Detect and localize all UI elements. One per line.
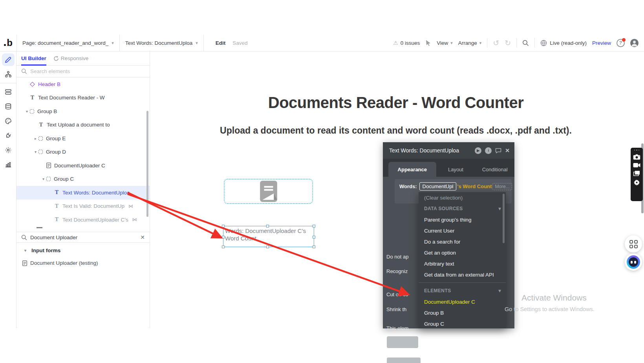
page-subtitle: Upload a document to read its content an…: [150, 125, 641, 136]
dropdown-item-current-user[interactable]: Current User: [419, 225, 506, 236]
library-item-document-uploader[interactable]: Document Uploader (testing): [16, 260, 104, 266]
preview-button[interactable]: Preview: [592, 40, 611, 46]
avatar[interactable]: [630, 39, 639, 47]
dropdown-item-do-a-search-for[interactable]: Do a search for: [419, 236, 506, 247]
tree-item-text-documentuploader-cs[interactable]: T Text DocumentUploader C's ⋈: [16, 213, 150, 227]
info-icon[interactable]: i: [485, 147, 492, 154]
camera-icon[interactable]: [633, 154, 640, 160]
dropdown-item-external-api[interactable]: Get data from an external API: [419, 269, 506, 280]
tab-conditional[interactable]: Conditional: [475, 162, 514, 177]
ai-assistant-button[interactable]: [625, 253, 642, 271]
resize-handle-w[interactable]: [222, 236, 225, 238]
resize-handle-n[interactable]: [266, 225, 269, 227]
design-tab-button[interactable]: [2, 53, 15, 66]
dropdown-item-get-an-option[interactable]: Get an option: [419, 247, 506, 258]
drag-dots-icon[interactable]: [634, 149, 640, 151]
tree-item-text-upload[interactable]: T Text Upload a document to: [16, 118, 150, 132]
tree-item-group-e[interactable]: ▸ Group E: [16, 132, 150, 145]
caret-down-icon[interactable]: ▾: [33, 150, 38, 154]
tree-item-group-d[interactable]: ▾ Group D: [16, 145, 150, 159]
resize-handle-sw[interactable]: [222, 246, 225, 248]
tree-item-text-words-selected[interactable]: T Text Words: DocumentUploa: [16, 186, 150, 200]
dropdown-header-elements[interactable]: ELEMENTS ▾: [419, 285, 506, 296]
selected-text-element[interactable]: Words: DocumentUploader C's Word Count: [223, 226, 314, 247]
resize-handle-nw[interactable]: [222, 225, 225, 227]
element-selector[interactable]: Text Words: DocumentUploa ▾: [120, 35, 204, 51]
more-expression-button[interactable]: More...: [492, 183, 512, 190]
bubble-editor-screen: b Page: document_reader_and_word_ ▾ Text…: [0, 0, 644, 363]
edit-mode-button[interactable]: Edit: [216, 40, 226, 46]
resize-handle-se[interactable]: [313, 246, 315, 248]
dropdown-item-group-b[interactable]: Group B: [419, 307, 506, 318]
divider: [0, 83, 16, 83]
property-panel-header[interactable]: Text Words: DocumentUploa ▶ i ✕: [383, 142, 514, 159]
live-readonly-toggle[interactable]: Live (read-only): [540, 40, 587, 46]
resize-handle-ne[interactable]: [313, 225, 315, 227]
extension-grid-button[interactable]: [625, 235, 642, 253]
group-element-icon: [38, 150, 43, 154]
copy-pages-icon[interactable]: [633, 170, 640, 176]
tree-scrollbar[interactable]: [146, 111, 148, 217]
gear-icon[interactable]: [633, 179, 640, 186]
dropdown-item-arbitrary-text[interactable]: Arbitrary text: [419, 258, 506, 269]
close-icon[interactable]: ✕: [505, 147, 510, 154]
dropdown-clear-selection[interactable]: (Clear selection): [419, 192, 506, 203]
workflow-tab-button[interactable]: [2, 68, 15, 81]
words-value-token[interactable]: DocumentUpl: [419, 182, 457, 191]
panel-muted-button[interactable]: [387, 336, 418, 348]
caret-down-icon[interactable]: ▾: [40, 177, 46, 181]
comment-icon[interactable]: [495, 148, 501, 154]
tree-item-text-is-valid[interactable]: T Text Is Valid: DocumentUp ⋈: [16, 200, 150, 213]
search-elements-input[interactable]: [30, 68, 124, 74]
clear-search-icon[interactable]: ✕: [140, 234, 145, 240]
tree-item-header-b[interactable]: Header B: [16, 77, 150, 91]
data-tab-button[interactable]: [2, 100, 15, 113]
dropdown-scrollbar[interactable]: [503, 194, 505, 243]
caret-down-icon[interactable]: ▾: [24, 109, 30, 114]
bubble-logo[interactable]: b: [0, 38, 16, 48]
redo-icon[interactable]: ↻: [505, 39, 511, 47]
view-menu[interactable]: View ▾: [437, 40, 453, 46]
search-icon[interactable]: [522, 40, 529, 46]
notification-dot: [622, 38, 626, 42]
pencil-icon: [5, 57, 11, 63]
tab-appearance[interactable]: Appearance: [388, 162, 436, 177]
caret-right-icon[interactable]: ▸: [33, 136, 38, 141]
tab-responsive[interactable]: Responsive: [53, 55, 89, 61]
clipped-option-label: Cut off co: [386, 292, 419, 297]
tree-item-text-documents-reader[interactable]: T Text Documents Reader - W: [16, 91, 150, 105]
reusables-tab-button[interactable]: [2, 86, 15, 98]
styles-tab-button[interactable]: [2, 115, 15, 127]
globe-icon: [540, 40, 547, 46]
plugins-tab-button[interactable]: [2, 129, 15, 142]
help-button[interactable]: ?: [617, 39, 625, 47]
tab-ui-builder[interactable]: UI Builder: [21, 51, 46, 66]
tab-layout[interactable]: Layout: [436, 162, 476, 177]
dropdown-header-data-sources[interactable]: DATA SOURCES ▾: [419, 203, 506, 214]
undo-icon[interactable]: ↺: [493, 39, 499, 47]
issues-indicator[interactable]: ⚠ 0 issues: [393, 40, 420, 46]
words-expression-suffix[interactable]: 's Word Count: [457, 183, 492, 189]
resize-handle-e[interactable]: [313, 236, 315, 238]
group-element-icon: [46, 177, 51, 181]
section-input-forms[interactable]: ▾ Input forms: [16, 248, 66, 253]
document-uploader-dropzone[interactable]: [224, 179, 313, 204]
tree-item-group-b[interactable]: ▾ Group B: [16, 104, 150, 118]
activate-windows-subtext: Go to Settings to activate Windows.: [505, 306, 595, 312]
dropdown-item-documentuploader-c[interactable]: DocumentUploader C: [419, 296, 506, 307]
dropdown-item-parent-groups-thing[interactable]: Parent group's thing: [419, 214, 506, 225]
logs-tab-button[interactable]: [2, 158, 15, 171]
cursor-icon[interactable]: [425, 40, 431, 46]
library-search-input[interactable]: [30, 235, 137, 240]
uploader-element-icon: [46, 163, 51, 168]
dropdown-item-group-c[interactable]: Group C: [419, 318, 506, 328]
page-selector[interactable]: Page: document_reader_and_word_ ▾: [16, 35, 120, 51]
run-icon[interactable]: ▶: [475, 147, 481, 154]
arrange-menu[interactable]: Arrange ▾: [458, 40, 482, 46]
settings-tab-button[interactable]: [2, 144, 15, 156]
tree-item-documentuploader-c[interactable]: DocumentUploader C: [16, 159, 150, 172]
resize-handle-s[interactable]: [266, 246, 269, 248]
video-camera-icon[interactable]: [633, 163, 640, 168]
top-toolbar: b Page: document_reader_and_word_ ▾ Text…: [0, 35, 644, 51]
tree-item-group-c[interactable]: ▾ Group C: [16, 172, 150, 186]
